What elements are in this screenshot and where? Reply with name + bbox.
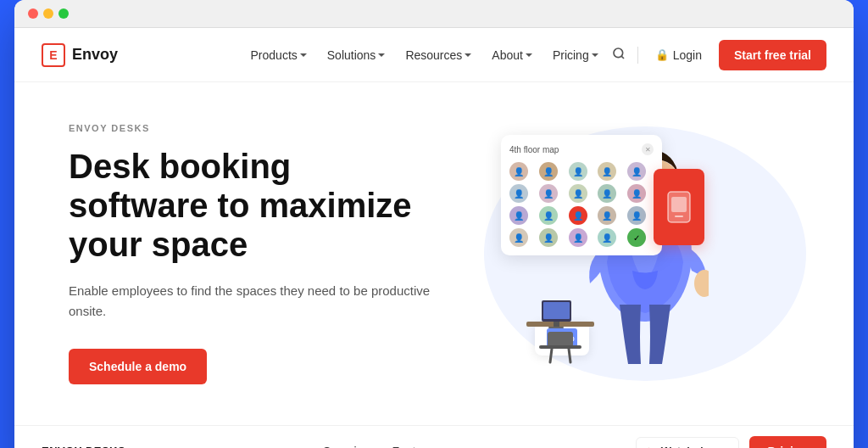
desk-avatar-available: ✓ [627,228,646,247]
hero-content: ENVOY DESKS Desk booking software to max… [69,123,437,384]
svg-rect-2 [671,197,687,212]
nav-links: Products Solutions Resources About Prici… [242,42,607,69]
watch-demo-button[interactable]: ▶ Watch demo [636,437,739,448]
logo-icon: E [42,43,65,67]
navbar: E Envoy Products Solutions Resources Abo… [14,28,854,82]
desk-avatar: 👤 [598,228,616,247]
svg-rect-8 [526,322,594,327]
bottom-bar: ENVOY DESKS Overview Features ▶ Watch de… [14,425,854,448]
svg-point-7 [694,270,709,297]
floor-map-card: 4th floor map ✕ 👤 👤 👤 👤 👤 👤 👤 👤 👤 [501,135,662,255]
desk-avatar: 👤 [509,184,528,203]
bottom-nav-features[interactable]: Features [392,445,439,449]
bottom-brand: ENVOY DESKS [42,445,125,448]
desk-grid: 👤 👤 👤 👤 👤 👤 👤 👤 👤 👤 👤 👤 👤 👤 [509,162,654,247]
schedule-demo-button[interactable]: Schedule a demo [69,349,207,384]
nav-divider [637,47,638,64]
desk-illustration [518,296,603,364]
lock-icon: 🔒 [655,48,669,61]
chevron-down-icon [378,53,385,57]
desk-avatar: 👤 [627,184,646,203]
maximize-dot[interactable] [58,8,69,19]
hero-section: ENVOY DESKS Desk booking software to max… [14,82,854,425]
hero-title: Desk booking software to maximize your s… [69,147,437,264]
floor-map-title: 4th floor map [509,145,559,154]
phone-card [654,169,704,245]
desk-avatar: 👤 [598,184,616,203]
chevron-down-icon [592,53,598,57]
desk-avatar: 👤 [627,162,646,181]
logo[interactable]: E Envoy [42,43,118,67]
floor-map-header: 4th floor map ✕ [509,143,654,155]
desk-avatar: 👤 [569,228,587,247]
close-dot[interactable] [28,8,38,19]
desk-avatar: 👤 [539,162,558,181]
browser-window: E Envoy Products Solutions Resources Abo… [14,0,854,448]
svg-rect-10 [543,302,570,319]
login-button[interactable]: 🔒 Login [645,42,712,69]
svg-rect-3 [675,216,683,217]
nav-item-pricing[interactable]: Pricing [544,42,607,69]
bottom-actions: ▶ Watch demo Pricing [636,436,826,449]
chevron-down-icon [465,53,471,57]
desk-avatar: 👤 [539,184,558,203]
bottom-nav-overview[interactable]: Overview [322,445,371,449]
desk-avatar: 👤 [509,206,528,225]
desk-avatar: 👤 [509,162,528,181]
pricing-button[interactable]: Pricing [749,436,826,449]
search-icon[interactable] [607,43,631,67]
hero-illustration: 4th floor map ✕ 👤 👤 👤 👤 👤 👤 👤 👤 👤 [437,126,806,381]
nav-item-products[interactable]: Products [242,42,315,69]
desk-avatar-selected: 👤 [569,206,587,225]
svg-rect-11 [554,322,559,327]
svg-rect-12 [548,327,564,328]
desk-avatar: 👤 [539,206,558,225]
desk-avatar: 👤 [539,228,558,247]
logo-name: Envoy [72,46,118,64]
hero-eyebrow: ENVOY DESKS [69,123,437,133]
hero-subtitle: Enable employees to find the spaces they… [69,281,437,322]
illustration-background: 4th floor map ✕ 👤 👤 👤 👤 👤 👤 👤 👤 👤 [484,126,806,381]
play-icon: ▶ [648,445,656,449]
close-icon[interactable]: ✕ [642,143,654,155]
desk-avatar: 👤 [598,162,616,181]
bottom-nav: Overview Features [322,445,439,449]
desk-avatar: 👤 [598,206,616,225]
desk-avatar: 👤 [569,184,587,203]
start-trial-button[interactable]: Start free trial [719,40,826,70]
desk-avatar: 👤 [627,206,646,225]
browser-chrome [14,0,854,28]
minimize-dot[interactable] [43,8,53,19]
desk-avatar: 👤 [509,228,528,247]
desk-avatar: 👤 [569,162,587,181]
chevron-down-icon [300,53,307,57]
nav-item-resources[interactable]: Resources [397,42,480,69]
nav-item-about[interactable]: About [483,42,541,69]
svg-rect-14 [539,345,581,349]
svg-point-0 [614,48,623,58]
nav-item-solutions[interactable]: Solutions [319,42,394,69]
chevron-down-icon [526,53,532,57]
svg-rect-13 [548,332,573,347]
